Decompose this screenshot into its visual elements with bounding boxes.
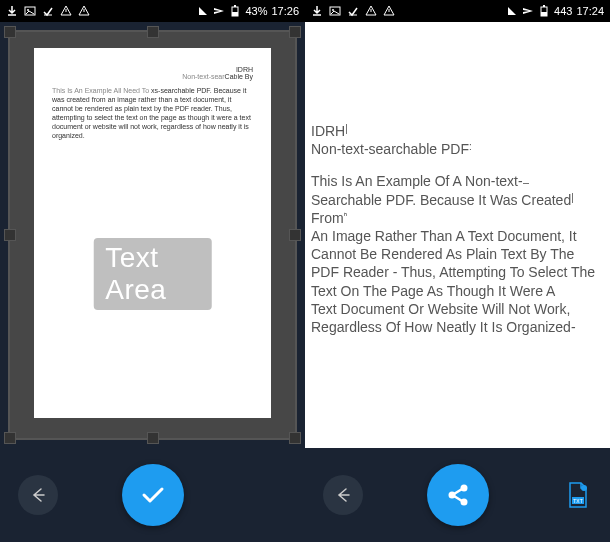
crop-frame[interactable]: IDRH Non-text-searCable By This Is An Ex… — [8, 30, 297, 440]
svg-point-15 — [581, 485, 587, 491]
page-header-line2: Non-text-searCable By — [52, 73, 253, 80]
warning-icon-2 — [383, 5, 395, 17]
status-bar: 43% 17:26 — [0, 0, 305, 22]
crop-handle-bottom-left[interactable] — [4, 432, 16, 444]
battery-percent: 43% — [245, 5, 267, 17]
battery-icon — [229, 5, 241, 17]
crop-handle-top-left[interactable] — [4, 26, 16, 38]
crop-handle-top-center[interactable] — [147, 26, 159, 38]
status-time: 17:26 — [271, 5, 299, 17]
text-line-5: Cannot Be Rendered As Plain Text By The — [311, 245, 604, 263]
warning-icon — [365, 5, 377, 17]
crop-handle-bottom-center[interactable] — [147, 432, 159, 444]
battery-percent: 443 — [554, 5, 572, 17]
text-line-8: Text Document Or Website Will Not Work, — [311, 300, 604, 318]
status-left-group — [6, 5, 90, 17]
page-header: IDRH Non-text-searCable By — [52, 66, 253, 80]
crop-handle-mid-left[interactable] — [4, 229, 16, 241]
status-left-group — [311, 5, 395, 17]
text-line-7: Text On The Page As Though It Were A — [311, 282, 604, 300]
text-line-hdr2: Non-text-searchable PDF: — [311, 140, 604, 158]
image-icon — [329, 5, 341, 17]
status-right-group: 43% 17:26 — [197, 5, 299, 17]
text-line-3: Fromⁿ — [311, 209, 604, 227]
back-button[interactable] — [323, 475, 363, 515]
image-icon — [24, 5, 36, 17]
text-content-area: IDRH| Non-text-searchable PDF: This Is A… — [305, 22, 610, 448]
status-right-group: 443 17:24 — [506, 5, 604, 17]
bottom-bar-right: TXT — [305, 448, 610, 542]
text-line-9: Regardless Of How Neatly It Is Organized… — [311, 318, 604, 336]
download-icon — [6, 5, 18, 17]
crop-handle-top-right[interactable] — [289, 26, 301, 38]
crop-content-area: IDRH Non-text-searCable By This Is An Ex… — [0, 22, 305, 448]
check-icon — [42, 5, 54, 17]
text-line-2: Searchable PDF. Because It Was Created| — [311, 191, 604, 209]
text-line-6: PDF Reader - Thus, Attempting To Select … — [311, 263, 604, 281]
back-button[interactable] — [18, 475, 58, 515]
svg-rect-8 — [541, 12, 547, 16]
airplane-icon — [213, 5, 225, 17]
svg-text:TXT: TXT — [573, 498, 582, 504]
screen-text-right: 443 17:24 IDRH| Non-text-searchable PDF:… — [305, 0, 610, 542]
status-bar: 443 17:24 — [305, 0, 610, 22]
screen-crop-left: 43% 17:26 IDRH Non-text-searCable By Thi… — [0, 0, 305, 542]
bottom-bar-left — [0, 448, 305, 542]
document-page: IDRH Non-text-searCable By This Is An Ex… — [34, 48, 271, 418]
text-area-overlay-label: Text Area — [93, 238, 212, 310]
page-body: This Is An Example All Need To xs-search… — [52, 86, 253, 141]
download-icon — [311, 5, 323, 17]
warning-icon — [60, 5, 72, 17]
status-time: 17:24 — [576, 5, 604, 17]
page-header-line1: IDRH — [52, 66, 253, 73]
share-button[interactable] — [427, 464, 489, 526]
signal-icon — [506, 5, 518, 17]
warning-icon-2 — [78, 5, 90, 17]
txt-file-button[interactable]: TXT — [564, 481, 592, 509]
text-line-hdr1: IDRH| — [311, 122, 604, 140]
text-line-4: An Image Rather Than A Text Document, It — [311, 227, 604, 245]
extracted-text-view[interactable]: IDRH| Non-text-searchable PDF: This Is A… — [305, 22, 610, 448]
crop-handle-mid-right[interactable] — [289, 229, 301, 241]
crop-handle-bottom-right[interactable] — [289, 432, 301, 444]
svg-rect-3 — [232, 12, 238, 16]
battery-icon — [538, 5, 550, 17]
svg-rect-4 — [234, 5, 236, 7]
airplane-icon — [522, 5, 534, 17]
text-line-1: This Is An Example Of A Non-text-⎯ — [311, 172, 604, 190]
signal-icon — [197, 5, 209, 17]
svg-rect-9 — [543, 5, 545, 7]
confirm-button[interactable] — [122, 464, 184, 526]
check-icon — [347, 5, 359, 17]
